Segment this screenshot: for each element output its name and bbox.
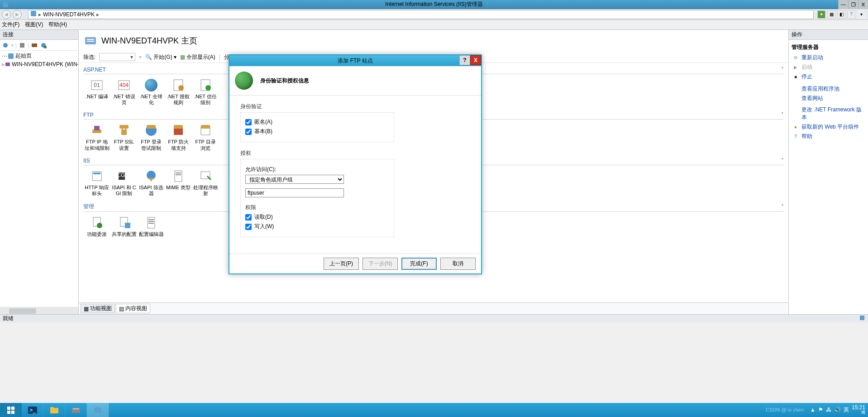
server-connect-icon[interactable] xyxy=(40,42,47,49)
svg-rect-29 xyxy=(201,125,210,129)
menu-help[interactable]: 帮助(H) xyxy=(48,21,67,29)
svg-point-2 xyxy=(3,43,8,48)
taskbar-clock[interactable]: 15:21 周 xyxy=(852,405,865,415)
actions-section-title: 管理服务器 xyxy=(791,42,866,53)
features-view-icon: ▦ xyxy=(84,306,89,312)
feature-net-trust[interactable]: .NET 信任级别 xyxy=(192,76,219,107)
window-close-button[interactable]: X xyxy=(858,0,868,9)
allow-access-select[interactable]: 指定角色或用户组 xyxy=(245,175,344,184)
status-bar: 就绪 xyxy=(0,314,868,322)
taskbar-powershell[interactable]: >_ xyxy=(22,403,43,417)
breadcrumb-server[interactable]: WIN-NV9EDT4HVPK xyxy=(43,11,95,18)
breadcrumb[interactable]: ▸ WIN-NV9EDT4HVPK ▸ xyxy=(28,10,814,19)
refresh-connect-icon[interactable] xyxy=(31,42,38,49)
group-aspnet-title: ASP.NET xyxy=(83,67,106,73)
start-button[interactable] xyxy=(0,403,22,417)
nav-tool-icon-3[interactable]: ◧ xyxy=(837,10,845,19)
button-previous[interactable]: 上一页(P) xyxy=(324,258,359,270)
feature-http-headers[interactable]: HTTP 响应标头 xyxy=(83,167,110,198)
checkbox-basic[interactable]: 基本(B) xyxy=(245,128,389,135)
feature-handlers[interactable]: 处理程序映射 xyxy=(192,167,219,198)
checkbox-write-input[interactable] xyxy=(245,224,252,230)
filter-input[interactable] xyxy=(99,53,135,61)
menu-view[interactable]: 视图(V) xyxy=(25,21,43,29)
feature-config-editor[interactable]: 配置编辑器 xyxy=(138,214,165,239)
checkbox-read[interactable]: 读取(D) xyxy=(245,213,389,221)
feature-net-globalization[interactable]: .NET 全球化 xyxy=(138,76,165,107)
tray-sound-icon[interactable]: 🔊 xyxy=(834,407,841,413)
tab-content-view[interactable]: ▤内容视图 xyxy=(116,304,150,313)
svg-text:01: 01 xyxy=(94,82,100,88)
collapse-icon[interactable]: ˄ xyxy=(781,67,784,73)
page-header: WIN-NV9EDT4HVPK 主页 xyxy=(79,30,788,52)
collapse-icon[interactable]: ˄ xyxy=(781,158,784,164)
dialog-help-button[interactable]: ? xyxy=(459,55,470,65)
nav-help-icon[interactable]: ? xyxy=(847,10,855,19)
action-change-framework[interactable]: 更改 .NET Framework 版本 xyxy=(791,105,866,122)
left-scrollbar[interactable] xyxy=(0,307,78,314)
role-input[interactable] xyxy=(245,188,344,197)
show-all-button[interactable]: ▦全部显示(A) xyxy=(180,53,215,61)
action-stop[interactable]: ■停止 xyxy=(791,72,866,81)
button-finish[interactable]: 完成(F) xyxy=(401,258,437,270)
tray-notification-icon[interactable]: ▲ xyxy=(810,407,816,413)
feature-delegation[interactable]: 功能委派 xyxy=(83,214,110,239)
tree-start-page[interactable]: ⋯ 起始页 xyxy=(1,52,77,60)
checkbox-read-input[interactable] xyxy=(245,214,252,220)
button-cancel[interactable]: 取消 xyxy=(440,258,476,270)
menu-file[interactable]: 文件(F) xyxy=(2,21,19,29)
feature-isapi-filters[interactable]: ISAPI 筛选器 xyxy=(138,167,165,198)
action-start[interactable]: ▶启动 xyxy=(791,62,866,72)
svg-rect-26 xyxy=(174,128,183,135)
checkbox-write[interactable]: 写入(W) xyxy=(245,223,389,230)
checkbox-anonymous-input[interactable] xyxy=(245,119,252,125)
allow-access-label: 允许访问(C): xyxy=(245,166,389,173)
taskbar-explorer[interactable] xyxy=(43,403,65,417)
filter-label: 筛选: xyxy=(83,53,95,61)
feature-isapi-cgi[interactable]: CGIISAPI 和 CGI 限制 xyxy=(110,167,138,198)
feature-ftp-browse[interactable]: FTP 目录浏览 xyxy=(192,121,219,153)
taskbar-server-manager[interactable] xyxy=(65,403,87,417)
nav-tool-icon-2[interactable]: ▦ xyxy=(827,10,835,19)
window-maximize-button[interactable]: ❐ xyxy=(848,0,858,9)
start-icon: ▶ xyxy=(792,64,799,71)
feature-net-errorpages[interactable]: 404.NET 错误页 xyxy=(110,76,138,107)
feature-net-compile[interactable]: 01.NET 编译 xyxy=(83,76,110,107)
taskbar: >_ CSDN @ io chen ▲ ⚑ 🖧 🔊 英 15:21 周 xyxy=(0,403,868,417)
info-icon: ● xyxy=(792,124,799,130)
checkbox-anonymous[interactable]: 匿名(A) xyxy=(245,118,389,126)
nav-dropdown-icon[interactable]: ▾ xyxy=(857,10,865,19)
action-help[interactable]: ?帮助 xyxy=(791,132,866,141)
feature-ftp-ssl[interactable]: FTP SSL 设置 xyxy=(110,121,138,153)
feature-ftp-ip[interactable]: FTP IP 地址和域限制 xyxy=(83,121,110,153)
window-minimize-button[interactable]: — xyxy=(838,0,848,9)
action-sites[interactable]: 查看网站 xyxy=(791,94,866,103)
go-button[interactable]: 🔍开始(G) ▾ xyxy=(145,53,176,61)
svg-rect-22 xyxy=(121,129,127,135)
tray-network-icon[interactable]: 🖧 xyxy=(826,407,831,413)
status-mode-icon xyxy=(859,315,865,322)
app-icon xyxy=(2,1,9,8)
feature-net-authz[interactable]: .NET 授权规则 xyxy=(165,76,192,107)
feature-mime[interactable]: MIME 类型 xyxy=(165,167,192,198)
connect-icon[interactable] xyxy=(2,42,9,49)
action-apppools[interactable]: 查看应用程序池 xyxy=(791,84,866,94)
nav-forward-button[interactable]: ► xyxy=(13,10,22,19)
taskbar-iis-manager[interactable] xyxy=(87,403,109,417)
save-icon[interactable] xyxy=(19,42,26,49)
feature-ftp-logon[interactable]: FTP 登录尝试限制 xyxy=(138,121,165,153)
tree-server-node[interactable]: ▹ WIN-NV9EDT4HVPK (WIN- xyxy=(1,60,77,68)
tray-flag-icon[interactable]: ⚑ xyxy=(818,407,823,413)
tray-ime-icon[interactable]: 英 xyxy=(844,406,849,414)
feature-ftp-firewall[interactable]: FTP 防火墙支持 xyxy=(165,121,192,153)
collapse-icon[interactable]: ˄ xyxy=(781,112,784,118)
checkbox-basic-input[interactable] xyxy=(245,129,252,135)
tab-features-view[interactable]: ▦功能视图 xyxy=(81,304,115,313)
nav-tool-icon-1[interactable]: ✦ xyxy=(817,10,825,19)
nav-back-button[interactable]: ◄ xyxy=(2,10,11,19)
action-restart[interactable]: ⟳重新启动 xyxy=(791,53,866,62)
collapse-icon[interactable]: ˄ xyxy=(781,204,784,210)
feature-shared-config[interactable]: 共享的配置 xyxy=(110,214,138,239)
action-get-webpi[interactable]: ●获取新的 Web 平台组件 xyxy=(791,122,866,132)
dialog-close-button[interactable]: X xyxy=(470,55,481,65)
